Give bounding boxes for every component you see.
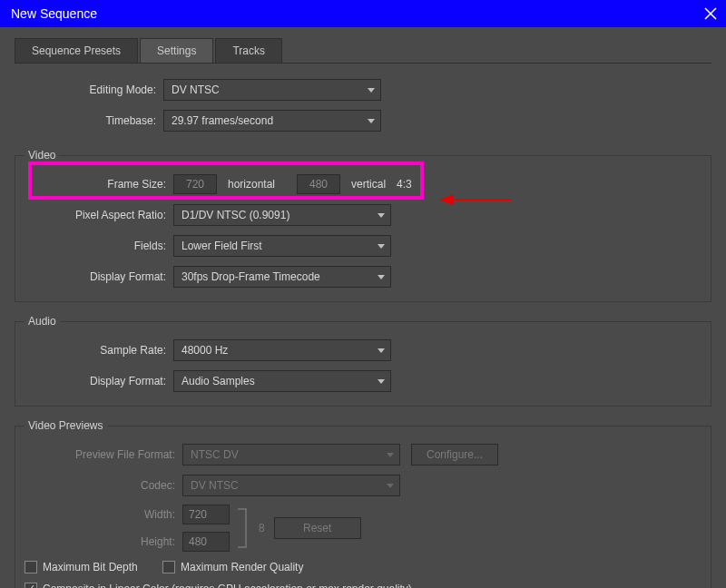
window-title: New Sequence <box>11 6 97 21</box>
fields-label: Fields: <box>25 240 173 252</box>
bracket-icon <box>237 507 250 549</box>
reset-button: Reset <box>274 517 361 539</box>
video-legend: Video <box>25 149 59 162</box>
title-bar: New Sequence <box>0 0 726 27</box>
par-label: Pixel Aspect Ratio: <box>25 209 173 221</box>
checkbox-icon: ✓ <box>25 583 37 589</box>
vertical-label: vertical <box>351 178 386 191</box>
editing-mode-dropdown[interactable]: DV NTSC <box>163 79 381 101</box>
timebase-value: 29.97 frames/second <box>172 114 273 127</box>
audio-legend: Audio <box>25 315 60 328</box>
audio-display-format-dropdown[interactable]: Audio Samples <box>173 370 391 392</box>
preview-file-format-label: Preview File Format: <box>25 448 182 461</box>
max-bit-depth-checkbox[interactable]: Maximum Bit Depth <box>25 561 138 573</box>
composite-linear-checkbox[interactable]: ✓ Composite in Linear Color (requires GP… <box>25 583 412 589</box>
fields-dropdown[interactable]: Lower Field First <box>173 235 391 257</box>
tab-settings[interactable]: Settings <box>140 38 213 63</box>
preview-height-label: Height: <box>25 535 182 548</box>
close-icon[interactable] <box>704 7 717 20</box>
chevron-down-icon <box>368 88 375 93</box>
tab-strip: Sequence Presets Settings Tracks <box>15 38 711 64</box>
sample-rate-dropdown[interactable]: 48000 Hz <box>173 339 391 361</box>
tab-tracks[interactable]: Tracks <box>215 38 282 63</box>
horizontal-label: horizontal <box>228 178 275 191</box>
chevron-down-icon <box>387 484 394 488</box>
frame-height-input[interactable]: 480 <box>297 174 340 194</box>
chevron-down-icon <box>368 119 375 123</box>
timebase-label: Timebase: <box>15 114 163 127</box>
chevron-down-icon <box>378 348 385 353</box>
audio-display-format-value: Audio Samples <box>182 375 255 387</box>
sample-rate-label: Sample Rate: <box>25 344 173 357</box>
video-previews-section: Video Previews Preview File Format: NTSC… <box>15 419 711 588</box>
audio-section: Audio Sample Rate: 48000 Hz Display Form… <box>15 315 711 407</box>
fields-value: Lower Field First <box>182 240 262 252</box>
timebase-dropdown[interactable]: 29.97 frames/second <box>163 110 381 132</box>
dialog-body: Sequence Presets Settings Tracks Editing… <box>0 27 726 588</box>
par-value: D1/DV NTSC (0.9091) <box>182 209 289 221</box>
frame-size-label: Frame Size: <box>25 178 173 191</box>
sample-rate-value: 48000 Hz <box>182 344 228 357</box>
codec-label: Codec: <box>25 479 182 492</box>
checkbox-icon <box>162 561 175 573</box>
chevron-down-icon <box>387 453 394 457</box>
chevron-down-icon <box>378 213 385 218</box>
configure-button: Configure... <box>411 444 498 466</box>
editing-mode-label: Editing Mode: <box>15 83 163 96</box>
codec-dropdown: DV NTSC <box>182 475 400 496</box>
codec-value: DV NTSC <box>191 479 239 492</box>
checkbox-icon <box>25 561 37 573</box>
annotation-arrow-icon <box>439 191 512 209</box>
editing-mode-value: DV NTSC <box>172 83 220 96</box>
max-render-quality-checkbox[interactable]: Maximum Render Quality <box>162 561 303 573</box>
video-display-format-value: 30fps Drop-Frame Timecode <box>182 270 320 283</box>
link-icon[interactable]: 8 <box>259 522 265 534</box>
preview-height-input: 480 <box>182 532 230 552</box>
chevron-down-icon <box>378 244 385 249</box>
preview-file-format-value: NTSC DV <box>191 448 239 461</box>
frame-width-input[interactable]: 720 <box>173 174 217 194</box>
video-display-format-label: Display Format: <box>25 270 173 283</box>
preview-width-label: Width: <box>25 508 182 521</box>
video-display-format-dropdown[interactable]: 30fps Drop-Frame Timecode <box>173 266 391 288</box>
svg-marker-1 <box>439 194 454 205</box>
preview-width-input: 720 <box>182 505 230 524</box>
video-previews-legend: Video Previews <box>25 419 107 432</box>
chevron-down-icon <box>378 275 385 279</box>
chevron-down-icon <box>378 379 385 384</box>
preview-file-format-dropdown: NTSC DV <box>182 444 400 466</box>
video-section: Video Frame Size: 720 horizontal 480 ver… <box>15 149 711 302</box>
audio-display-format-label: Display Format: <box>25 375 173 387</box>
tab-sequence-presets[interactable]: Sequence Presets <box>15 38 138 63</box>
par-dropdown[interactable]: D1/DV NTSC (0.9091) <box>173 204 391 226</box>
frame-aspect-ratio: 4:3 <box>397 178 412 191</box>
